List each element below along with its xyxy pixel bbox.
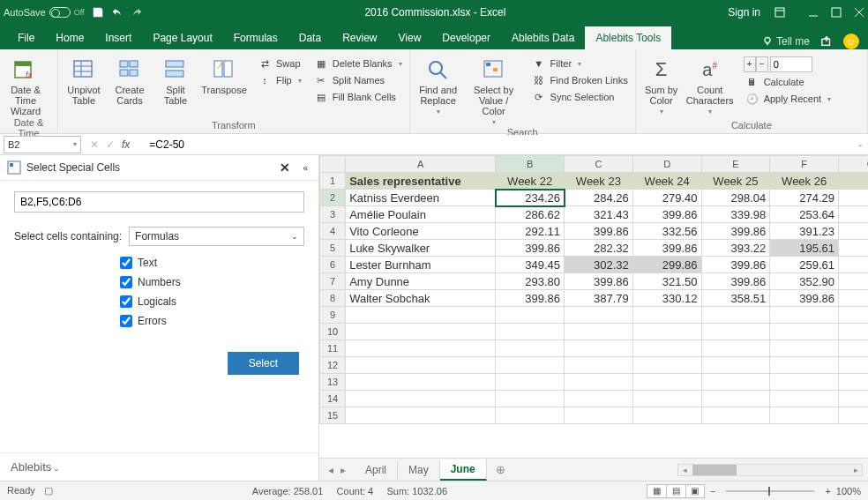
tab-ablebits-tools[interactable]: Ablebits Tools bbox=[585, 26, 671, 49]
check-text-box[interactable] bbox=[120, 257, 132, 269]
cell[interactable]: 399.86 bbox=[496, 240, 565, 257]
select-all-corner[interactable] bbox=[320, 156, 346, 173]
cell[interactable] bbox=[496, 324, 565, 340]
swap-button[interactable]: ⇄Swap bbox=[256, 56, 303, 71]
cell[interactable]: 349.45 bbox=[496, 257, 565, 273]
row-header-8[interactable]: 8 bbox=[320, 290, 346, 307]
cell[interactable]: 399.86 bbox=[496, 290, 565, 307]
row-header-15[interactable]: 15 bbox=[320, 407, 346, 424]
cell[interactable] bbox=[632, 391, 701, 407]
cell[interactable]: Sales representative bbox=[346, 173, 496, 190]
check-numbers[interactable]: Numbers bbox=[120, 276, 304, 288]
cell[interactable] bbox=[839, 290, 868, 307]
cell[interactable]: Katniss Everdeen bbox=[346, 190, 496, 206]
tab-file[interactable]: File bbox=[7, 26, 45, 49]
sum-by-color-button[interactable]: Σ Sum by Color▾ bbox=[641, 55, 682, 116]
zoom-out-button[interactable]: − bbox=[710, 486, 715, 496]
name-box[interactable]: B2 ▾ bbox=[4, 136, 81, 153]
check-numbers-box[interactable] bbox=[120, 276, 132, 288]
cell[interactable] bbox=[839, 240, 868, 257]
tab-page-layout[interactable]: Page Layout bbox=[142, 26, 222, 49]
cell[interactable]: 399.86 bbox=[701, 273, 770, 290]
cell[interactable] bbox=[632, 307, 701, 324]
cell[interactable] bbox=[346, 407, 496, 424]
cell[interactable] bbox=[839, 307, 868, 324]
save-icon[interactable] bbox=[92, 6, 104, 19]
autosave-toggle[interactable]: AutoSave Off bbox=[4, 7, 85, 18]
autosave-switch-icon[interactable] bbox=[49, 7, 71, 18]
expand-formula-bar[interactable]: ⌄ bbox=[852, 140, 868, 148]
tell-me-search[interactable]: Tell me bbox=[762, 35, 810, 48]
flip-button[interactable]: ↕Flip▾ bbox=[256, 73, 303, 87]
cell[interactable]: Walter Sobchak bbox=[346, 290, 496, 307]
col-header-g[interactable]: G bbox=[839, 156, 868, 173]
cell[interactable]: Week 22 bbox=[496, 173, 565, 190]
col-header-a[interactable]: A bbox=[346, 156, 496, 173]
cell[interactable] bbox=[770, 340, 839, 357]
col-header-e[interactable]: E bbox=[701, 156, 770, 173]
row-header-11[interactable]: 11 bbox=[320, 340, 346, 357]
tab-data[interactable]: Data bbox=[288, 26, 332, 49]
sheet-tab-april[interactable]: April bbox=[355, 460, 398, 480]
cell[interactable]: Amy Dunne bbox=[346, 273, 496, 290]
cancel-formula-icon[interactable]: ✕ bbox=[90, 138, 99, 151]
cell[interactable]: 399.86 bbox=[701, 257, 770, 273]
cell[interactable]: 393.22 bbox=[701, 240, 770, 257]
cell[interactable] bbox=[346, 340, 496, 357]
check-errors[interactable]: Errors bbox=[120, 315, 304, 327]
cell[interactable]: Amélie Poulain bbox=[346, 206, 496, 223]
cell[interactable] bbox=[496, 407, 565, 424]
cell[interactable]: 282.32 bbox=[565, 240, 633, 257]
cell[interactable] bbox=[632, 374, 701, 391]
sidebar-collapse-button[interactable]: « bbox=[299, 163, 311, 173]
fx-icon[interactable]: fx bbox=[122, 138, 130, 151]
tab-view[interactable]: View bbox=[388, 26, 432, 49]
cell[interactable] bbox=[701, 324, 770, 340]
view-page-break-button[interactable]: ▣ bbox=[685, 484, 705, 498]
cell[interactable]: 284.26 bbox=[565, 190, 633, 206]
cell[interactable] bbox=[632, 340, 701, 357]
cell[interactable] bbox=[346, 357, 496, 374]
row-header-13[interactable]: 13 bbox=[320, 374, 346, 391]
calc-step-plus[interactable]: + bbox=[744, 56, 756, 72]
tab-insert[interactable]: Insert bbox=[94, 26, 142, 49]
cell[interactable] bbox=[346, 324, 496, 340]
maximize-icon[interactable] bbox=[831, 7, 842, 18]
cell[interactable]: Lester Burnham bbox=[346, 257, 496, 273]
feedback-icon[interactable]: ☺ bbox=[843, 34, 859, 49]
split-names-button[interactable]: ✂Split Names bbox=[312, 73, 404, 87]
cell[interactable] bbox=[701, 407, 770, 424]
calc-value-input[interactable] bbox=[770, 56, 812, 72]
cell[interactable] bbox=[701, 357, 770, 374]
row-header-12[interactable]: 12 bbox=[320, 357, 346, 374]
cell[interactable]: 399.86 bbox=[565, 273, 633, 290]
cell[interactable] bbox=[565, 340, 633, 357]
cell[interactable]: 195.61 bbox=[770, 240, 839, 257]
cell[interactable]: 352.90 bbox=[770, 273, 839, 290]
cell[interactable] bbox=[839, 273, 868, 290]
cell[interactable] bbox=[496, 391, 565, 407]
row-header-6[interactable]: 6 bbox=[320, 257, 346, 273]
sign-in-link[interactable]: Sign in bbox=[728, 6, 760, 19]
cell[interactable] bbox=[770, 324, 839, 340]
date-time-wizard-button[interactable]: fx Date & Time Wizard bbox=[5, 55, 46, 116]
row-header-9[interactable]: 9 bbox=[320, 307, 346, 324]
tab-ablebits-data[interactable]: Ablebits Data bbox=[501, 26, 585, 49]
cell[interactable] bbox=[565, 391, 633, 407]
cell[interactable]: 293.80 bbox=[496, 273, 565, 290]
calculate-button[interactable]: 🖩Calculate bbox=[744, 75, 833, 89]
close-icon[interactable] bbox=[854, 7, 864, 18]
sidebar-footer[interactable]: Ablebits⌄ bbox=[0, 452, 318, 481]
cell[interactable] bbox=[839, 340, 868, 357]
cell[interactable]: Week 26 bbox=[770, 173, 839, 190]
cell[interactable]: Luke Skywalker bbox=[346, 240, 496, 257]
cell[interactable] bbox=[839, 391, 868, 407]
sheet-nav-next[interactable]: ▸ bbox=[340, 464, 346, 476]
check-text[interactable]: Text bbox=[120, 257, 304, 269]
horizontal-scrollbar[interactable]: ◂▸ bbox=[677, 464, 863, 476]
cell[interactable] bbox=[346, 307, 496, 324]
cell[interactable] bbox=[496, 340, 565, 357]
check-errors-box[interactable] bbox=[120, 315, 132, 327]
cell[interactable] bbox=[770, 391, 839, 407]
cell[interactable]: Week 23 bbox=[565, 173, 633, 190]
